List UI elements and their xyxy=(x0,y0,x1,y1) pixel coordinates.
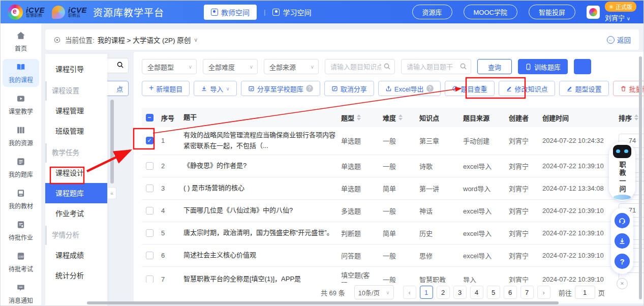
excel-export-label: Excel导出 xyxy=(394,84,424,94)
download-center-button[interactable] xyxy=(615,233,630,249)
page-button-1[interactable]: 1 xyxy=(420,286,433,299)
excel-export-button[interactable]: Excel导出 ? xyxy=(378,81,441,96)
goto-page-input[interactable] xyxy=(575,286,595,299)
row-checkbox[interactable]: ✓ xyxy=(146,137,154,144)
breadcrumb[interactable]: 我的课程 > 大学语文 (2P) 原创 xyxy=(98,35,191,45)
menu-item[interactable]: 统计分析 xyxy=(45,265,107,286)
row-checkbox[interactable] xyxy=(146,185,154,192)
cell-text: 2024-07-22 10:39:10 xyxy=(542,229,604,237)
training-bank-button[interactable]: 训练题库 xyxy=(518,59,568,74)
learning-space-tab[interactable]: 学习空间 xyxy=(272,7,311,17)
rail-item-home[interactable]: 首页 xyxy=(3,27,39,55)
rail-item-book-open[interactable]: 我的课程 xyxy=(3,59,39,87)
menu-item[interactable]: 作业考试 xyxy=(45,203,107,224)
cell-created: 2024-07-12 13:34:08 xyxy=(541,181,618,195)
page-button-2[interactable]: 2 xyxy=(437,286,450,299)
customer-service-button[interactable] xyxy=(615,213,630,228)
table-row: 3( ) 是市场营销的核心单选题简单第一讲word导入刘宵宁2024-07-12… xyxy=(142,177,643,200)
knowledge-panel-scrollbar[interactable] xyxy=(110,100,114,183)
column-header-seq: 序号 xyxy=(160,110,182,126)
horizontal-scrollbar[interactable] xyxy=(87,301,559,304)
import-button[interactable]: 导入 ∨ xyxy=(194,81,236,96)
row-checkbox[interactable] xyxy=(146,162,154,170)
chevron-down-icon: ∨ xyxy=(386,290,389,295)
page-button-6[interactable]: 6 xyxy=(504,286,517,299)
page-button-7[interactable]: 7 xyxy=(520,286,534,299)
rail-item-label: 首页 xyxy=(3,44,39,52)
chevron-down-icon[interactable]: ∨ xyxy=(194,37,198,43)
back-button[interactable]: ← 返回 xyxy=(607,35,631,45)
sort-arrows-icon[interactable] xyxy=(634,114,638,120)
table-row: 2《静夜思》的作者是?单选题一般诗歌excel导入刘宵宁2024-07-22 1… xyxy=(142,155,643,177)
app-launcher-icon[interactable] xyxy=(587,6,600,19)
difficulty-select[interactable]: 全部难度 ∨ xyxy=(203,59,258,74)
add-question-button[interactable]: + 新增题目 xyxy=(142,81,190,96)
ai-button-clipped[interactable] xyxy=(574,59,591,74)
row-checkbox[interactable] xyxy=(146,252,154,259)
menu-item[interactable]: 课程题库 xyxy=(45,183,107,203)
cell-text: 2024-07-22 10:39:10 xyxy=(542,276,604,283)
assistant-bubble[interactable]: 职教一问 xyxy=(609,142,635,201)
cell-created: 2024-07-22 10:39:10 xyxy=(541,226,618,240)
source-select[interactable]: 全部来源 ∨ xyxy=(264,59,319,74)
pencil-icon xyxy=(506,85,512,92)
rail-item-video-play[interactable]: 课堂教学 xyxy=(3,90,39,118)
vertical-scrollbar[interactable] xyxy=(639,56,642,299)
duplicate-check-button[interactable]: 题目查重 xyxy=(445,81,495,96)
type-settings-button[interactable]: 题型设置 xyxy=(559,81,609,96)
row-checkbox[interactable] xyxy=(146,207,154,215)
row-checkbox[interactable] xyxy=(146,276,154,283)
duplicate-check-label: 题目查重 xyxy=(461,84,487,94)
teacher-space-label: 教师空间 xyxy=(221,7,250,17)
query-button[interactable]: 查询 xyxy=(477,59,512,74)
rail-item-textbook[interactable]: 我的教材 xyxy=(3,185,39,213)
page-button-3[interactable]: 3 xyxy=(453,286,467,299)
cell-text: ( ) 是市场营销的核心 xyxy=(183,184,244,192)
mooc-college-link[interactable]: MOOC学院 xyxy=(464,5,517,19)
cell-text: 刘宵宁 xyxy=(509,252,529,260)
trash-icon xyxy=(620,85,627,92)
menu-item[interactable]: 课程引导 xyxy=(45,59,107,79)
panel-collapse-handle[interactable]: « xyxy=(107,187,116,199)
sort-arrows-icon[interactable] xyxy=(357,114,361,120)
smart-cast-link[interactable]: 智能投屏 xyxy=(529,5,575,19)
next-page-button[interactable]: › xyxy=(537,286,550,299)
cell-source: word导入 xyxy=(462,180,508,196)
rail-item-exam[interactable]: 100待批考试 xyxy=(3,248,39,276)
sort-arrows-icon[interactable] xyxy=(398,114,403,120)
rail-item-question-bank[interactable]: 我的题库 xyxy=(3,154,39,181)
table-row: 4下面哪几位是《八仙过海》中的八仙?多选题一般神话excel导入刘宵宁2024-… xyxy=(142,200,643,222)
page-size-value: 10条/页 xyxy=(358,288,386,297)
select-all-checkbox[interactable]: − xyxy=(146,114,154,121)
prev-page-button[interactable]: ‹ xyxy=(403,286,416,299)
menu-item[interactable]: 课程管理 xyxy=(45,101,107,121)
page-size-select[interactable]: 10条/页 ∨ xyxy=(354,285,394,299)
import-label: 导入 xyxy=(210,84,223,94)
rail-item-homework[interactable]: 待批作业 xyxy=(3,217,39,244)
row-checkbox[interactable] xyxy=(146,229,154,237)
page-button-5[interactable]: 5 xyxy=(487,286,500,299)
teacher-space-tab[interactable]: 教师空间 xyxy=(204,5,257,20)
exam-icon: 100 xyxy=(16,252,25,261)
help-icon[interactable]: ? xyxy=(426,85,434,92)
rail-item-library[interactable]: 我的资源 xyxy=(3,122,39,150)
menu-item[interactable]: 课程成绩 xyxy=(45,245,107,265)
rail-item-message[interactable]: 消息通知 xyxy=(3,280,39,306)
help-icon[interactable]: ? xyxy=(306,85,313,92)
share-to-school-bank-button[interactable]: 分享至学校题库 ? xyxy=(241,81,320,96)
cell-text: 7 xyxy=(161,276,165,283)
menu-item[interactable]: 课程设计 xyxy=(45,163,107,183)
training-bank-label: 训练题库 xyxy=(534,62,561,72)
question-type-select[interactable]: 全部题型 ∨ xyxy=(142,59,197,74)
version-badge-label: 正式版 xyxy=(616,3,632,11)
user-menu[interactable]: 刘宵宁 ∨ xyxy=(605,13,630,22)
help-button[interactable]: ? xyxy=(615,254,630,269)
page-button-4[interactable]: 4 xyxy=(470,286,483,299)
cancel-share-button[interactable]: 取消分享 xyxy=(324,81,374,96)
menu-item[interactable]: 班级管理 xyxy=(45,121,107,141)
column-header-created: 创建时间 xyxy=(541,110,618,126)
cell-text: 6 xyxy=(161,252,165,259)
modify-knowledge-button[interactable]: 修改知识点 xyxy=(499,81,555,96)
resource-library-link[interactable]: 资源库 xyxy=(412,5,452,19)
close-icon[interactable]: × xyxy=(617,278,628,289)
